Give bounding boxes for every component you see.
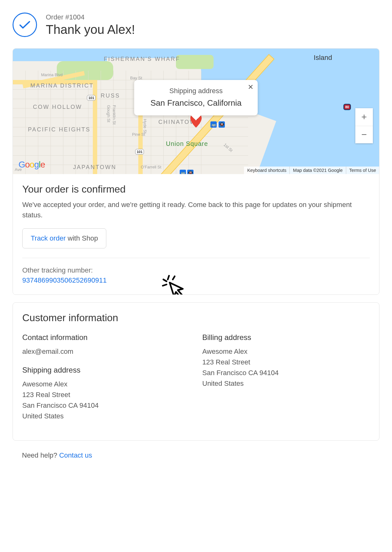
help-prefix: Need help? xyxy=(22,451,59,459)
transit-icon: 🚌 xyxy=(210,121,217,128)
shipping-address: Awesome Alex123 Real StreetSan Francisco… xyxy=(22,379,190,422)
info-box-title: Shipping address xyxy=(151,87,241,95)
map-label-pacific: PACIFIC HEIGHTS xyxy=(28,126,91,133)
map-label-marina: MARINA DISTRICT xyxy=(30,82,94,89)
svg-line-4 xyxy=(173,276,175,279)
map-label-cow: COW HOLLOW xyxy=(33,104,82,110)
customer-info-title: Customer information xyxy=(22,312,370,324)
svg-line-2 xyxy=(168,276,169,279)
billing-heading: Billing address xyxy=(202,333,370,342)
cursor-click-icon xyxy=(160,273,185,295)
map-street-pine: Pine St xyxy=(132,132,145,137)
map-street-bay: Bay St xyxy=(130,76,142,80)
terms-link[interactable]: Terms of Use xyxy=(346,167,379,174)
divider xyxy=(22,258,370,258)
hwy-101-shield-2: 101 xyxy=(135,149,144,155)
map-street-marina: Marina Blvd xyxy=(41,72,63,77)
contact-email: alex@email.com xyxy=(22,346,190,357)
map-label-russ: RUSS xyxy=(101,93,120,99)
info-box-city: San Francisco, California xyxy=(151,98,241,108)
transit-icon: 🚌 xyxy=(180,170,186,174)
close-icon[interactable]: ✕ xyxy=(248,84,253,91)
order-number: Order #1004 xyxy=(46,13,135,21)
contact-heading: Contact information xyxy=(22,333,190,342)
zoom-out-button[interactable]: − xyxy=(355,126,373,144)
svg-line-3 xyxy=(163,279,167,281)
map-street-hyde: Hyde St xyxy=(143,119,147,133)
tracking-number-link[interactable]: 9374869903506252690911 xyxy=(22,276,107,284)
map-label-island: Island xyxy=(314,54,332,62)
map-zoom-control: + − xyxy=(355,108,373,143)
track-order-rest: with Shop xyxy=(66,234,98,242)
map-info-box: ✕ Shipping address San Francisco, Califo… xyxy=(134,80,258,115)
contact-us-link[interactable]: Contact us xyxy=(59,451,92,459)
confirmed-title: Your order is confirmed xyxy=(22,183,370,195)
check-circle-icon xyxy=(13,13,37,37)
svg-line-5 xyxy=(163,284,167,286)
zoom-in-button[interactable]: + xyxy=(355,108,373,126)
page-header: Order #1004 Thank you Alex! xyxy=(13,13,379,37)
map-label-japantown: JAPANTOWN xyxy=(73,164,116,171)
thank-you-heading: Thank you Alex! xyxy=(46,23,135,37)
order-status-card: Island FISHERMAN'S WHARF MARINA DISTRICT… xyxy=(13,48,379,295)
map-street-franklin: Franklin St xyxy=(112,105,117,125)
map-label-union: Union Square xyxy=(166,140,208,147)
help-row: Need help? Contact us xyxy=(13,448,379,463)
track-order-button[interactable]: Track order with Shop xyxy=(22,228,106,248)
other-tracking-label: Other tracking number: xyxy=(22,266,370,274)
transit-icon: 🚇 xyxy=(187,170,193,174)
map-attribution: Keyboard shortcuts Map data ©2021 Google… xyxy=(244,167,379,174)
customer-info-card: Customer information Contact information… xyxy=(13,302,379,441)
map-street-gough: Gough St xyxy=(106,105,111,122)
hwy-101-shield: 101 xyxy=(87,95,96,101)
transit-icon: 🚇 xyxy=(219,121,225,128)
shipping-heading: Shipping address xyxy=(22,366,190,374)
map[interactable]: Island FISHERMAN'S WHARF MARINA DISTRICT… xyxy=(13,49,379,174)
billing-address: Awesome Alex123 Real StreetSan Francisco… xyxy=(202,346,370,389)
track-order-strong: Track order xyxy=(31,234,66,242)
confirmed-text: We've accepted your order, and we're get… xyxy=(22,199,370,220)
i80-shield: 80 xyxy=(343,104,351,110)
keyboard-shortcuts-link[interactable]: Keyboard shortcuts xyxy=(244,167,289,174)
google-logo: Google xyxy=(19,160,45,170)
map-label-fishermans: FISHERMAN'S WHARF xyxy=(104,56,180,62)
map-data-label: Map data ©2021 Google xyxy=(289,167,346,174)
map-street-ofarrell: O'Farrell St xyxy=(141,165,161,169)
